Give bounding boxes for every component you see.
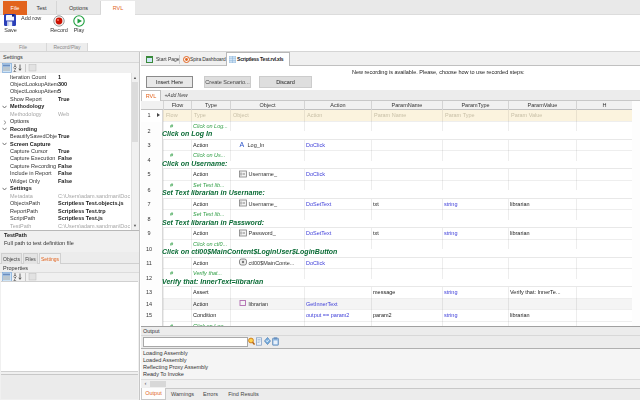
svg-text:A: A: [240, 141, 245, 148]
